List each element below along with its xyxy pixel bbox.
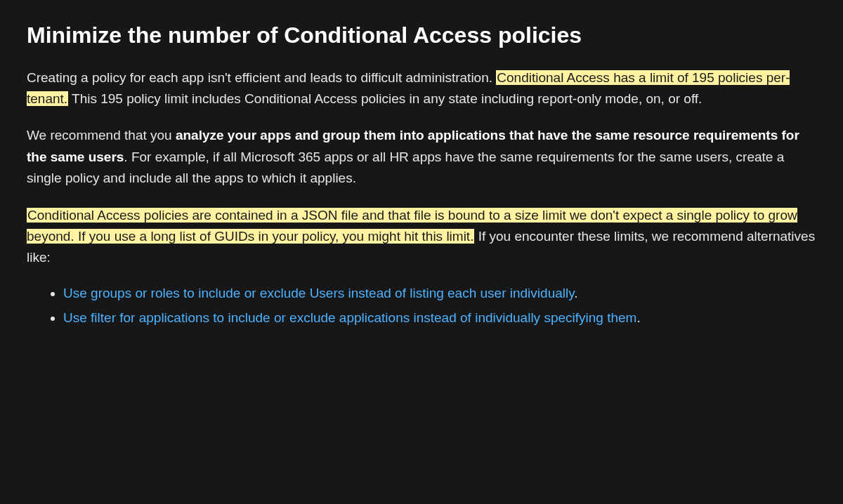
para2-text1: We recommend that you [27, 128, 176, 142]
list-item: Use filter for applications to include o… [63, 307, 816, 328]
paragraph-2: We recommend that you analyze your apps … [27, 125, 816, 189]
section-heading: Minimize the number of Conditional Acces… [27, 21, 816, 51]
link-filter-applications[interactable]: Use filter for applications to include o… [63, 310, 636, 325]
recommendation-list: Use groups or roles to include or exclud… [27, 283, 816, 329]
para2-text2: . For example, if all Microsoft 365 apps… [27, 150, 784, 185]
para1-text1: Creating a policy for each app isn't eff… [27, 70, 496, 85]
para1-text2: This 195 policy limit includes Condition… [68, 91, 702, 106]
list-punct: . [636, 310, 640, 325]
paragraph-3: Conditional Access policies are containe… [27, 205, 816, 269]
link-groups-roles[interactable]: Use groups or roles to include or exclud… [63, 286, 574, 300]
paragraph-1: Creating a policy for each app isn't eff… [27, 67, 816, 110]
list-punct: . [574, 286, 577, 300]
list-item: Use groups or roles to include or exclud… [63, 283, 816, 303]
